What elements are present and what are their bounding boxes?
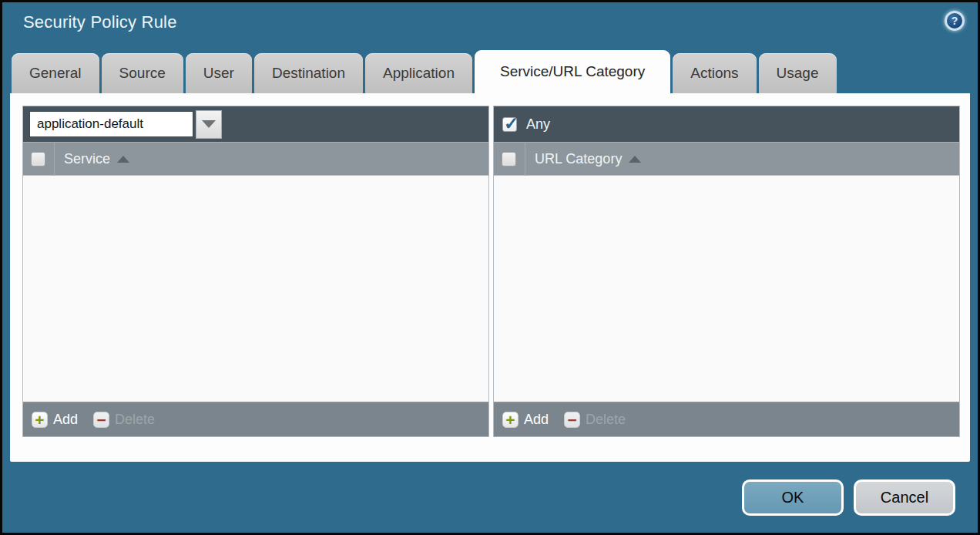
url-category-panel: Any URL Category + Add − Delete (493, 106, 960, 437)
add-url-category-label: Add (524, 412, 549, 428)
service-panel-footer: + Add − Delete (23, 402, 488, 436)
service-list (23, 176, 488, 402)
column-divider (54, 142, 55, 176)
minus-icon: − (93, 412, 109, 428)
tab-bar: General Source User Destination Applicat… (12, 50, 968, 93)
service-column-header-row: Service (23, 142, 488, 176)
plus-icon: + (32, 412, 48, 428)
tab-application[interactable]: Application (365, 53, 472, 93)
service-column-label: Service (64, 151, 110, 167)
select-all-services-checkbox[interactable] (31, 152, 45, 167)
add-service-button[interactable]: + Add (32, 412, 78, 428)
delete-url-category-button[interactable]: − Delete (564, 412, 626, 428)
url-category-list (494, 176, 959, 402)
any-url-category-toggle[interactable]: Any (502, 116, 550, 133)
service-type-dropdown-button[interactable] (196, 110, 222, 139)
tab-destination[interactable]: Destination (254, 53, 363, 93)
tab-user[interactable]: User (186, 53, 252, 93)
minus-icon: − (564, 412, 580, 428)
help-button[interactable]: ? (945, 11, 965, 31)
dialog-action-buttons: OK Cancel (742, 479, 955, 516)
add-service-label: Add (53, 412, 78, 428)
service-type-dropdown-value[interactable]: application-default (29, 111, 193, 137)
sort-ascending-icon (629, 156, 641, 163)
delete-service-button[interactable]: − Delete (93, 412, 155, 428)
service-column-sort-header[interactable]: Service (64, 151, 129, 167)
service-type-dropdown: application-default (29, 110, 222, 139)
service-panel-header: application-default (23, 106, 488, 142)
url-category-panel-header: Any (494, 106, 959, 142)
tab-content-panel: application-default Service + Add (10, 93, 970, 462)
url-category-column-header-row: URL Category (494, 142, 959, 176)
any-label: Any (526, 116, 550, 133)
delete-service-label: Delete (115, 412, 155, 428)
ok-button[interactable]: OK (742, 479, 844, 516)
select-all-url-categories-checkbox[interactable] (502, 152, 516, 167)
service-panel: application-default Service + Add (22, 106, 489, 437)
tab-actions[interactable]: Actions (673, 53, 756, 93)
dialog-title: Security Policy Rule (23, 12, 177, 32)
security-policy-rule-dialog: Security Policy Rule ? General Source Us… (0, 0, 980, 535)
tab-general[interactable]: General (12, 53, 99, 93)
url-category-column-label: URL Category (535, 151, 622, 167)
sort-ascending-icon (117, 156, 129, 163)
url-category-column-sort-header[interactable]: URL Category (535, 151, 641, 167)
column-divider (525, 142, 525, 176)
delete-url-category-label: Delete (586, 412, 626, 428)
plus-icon: + (502, 412, 519, 428)
question-mark-icon: ? (951, 15, 958, 26)
add-url-category-button[interactable]: + Add (502, 412, 549, 428)
cancel-button[interactable]: Cancel (854, 479, 955, 516)
any-checkbox[interactable] (502, 117, 517, 132)
tab-service-url-category[interactable]: Service/URL Category (475, 50, 670, 93)
tab-source[interactable]: Source (102, 53, 183, 93)
url-category-panel-footer: + Add − Delete (494, 402, 959, 436)
chevron-down-icon (202, 120, 216, 128)
tab-usage[interactable]: Usage (759, 53, 837, 93)
